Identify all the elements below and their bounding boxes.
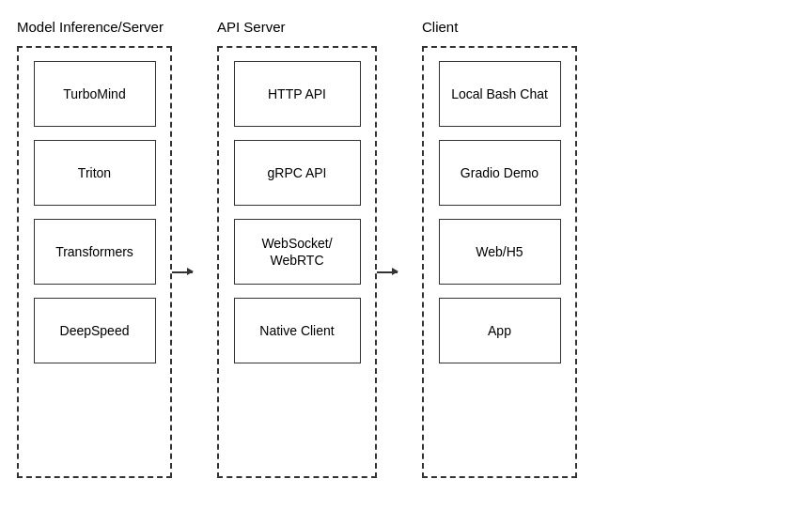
arrow1-container — [172, 56, 198, 488]
api-server-column: API Server HTTP API gRPC API WebSocket/W… — [217, 19, 377, 478]
arrow2 — [377, 271, 403, 273]
client-header: Client — [422, 19, 458, 35]
deepspeed-box: DeepSpeed — [34, 298, 156, 363]
api-server-dashed-box: HTTP API gRPC API WebSocket/WebRTC Nativ… — [217, 46, 377, 478]
app-box: App — [439, 298, 561, 363]
client-column: Client Local Bash Chat Gradio Demo Web/H… — [422, 19, 577, 478]
web-h5-box: Web/H5 — [439, 219, 561, 285]
model-inference-column: Model Inference/Server TurboMind Triton … — [17, 19, 172, 478]
model-inference-dashed-box: TurboMind Triton Transformers DeepSpeed — [17, 46, 172, 478]
local-bash-chat-box: Local Bash Chat — [439, 61, 561, 127]
arrow2-container — [377, 56, 403, 488]
api-server-header: API Server — [217, 19, 286, 35]
architecture-diagram: Model Inference/Server TurboMind Triton … — [0, 0, 812, 510]
model-inference-header: Model Inference/Server — [17, 19, 164, 35]
grpc-api-box: gRPC API — [234, 140, 361, 206]
client-dashed-box: Local Bash Chat Gradio Demo Web/H5 App — [422, 46, 577, 478]
turbomind-box: TurboMind — [34, 61, 156, 127]
triton-box: Triton — [34, 140, 156, 206]
http-api-box: HTTP API — [234, 61, 361, 127]
gradio-demo-box: Gradio Demo — [439, 140, 561, 206]
native-client-box: Native Client — [234, 298, 361, 363]
arrow2-line — [377, 271, 398, 273]
websocket-webrtc-box: WebSocket/WebRTC — [234, 219, 361, 285]
arrow1-line — [172, 271, 193, 273]
arrow1 — [172, 271, 198, 273]
transformers-box: Transformers — [34, 219, 156, 285]
